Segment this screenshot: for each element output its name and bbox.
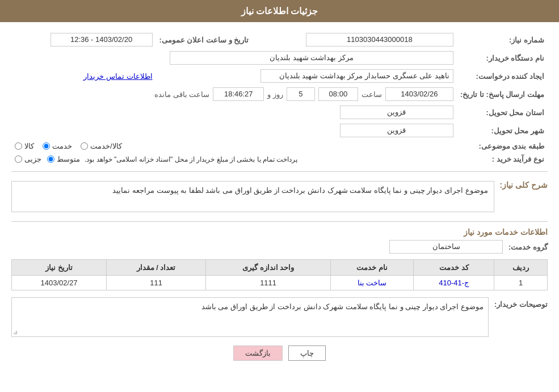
content-area: شماره نیاز: 1103030443000018 تاریخ و ساع… (0, 22, 559, 378)
tabaqe-kala-khedmat-radio[interactable] (81, 142, 88, 150)
shahr-value: قزوین (11, 121, 457, 140)
tabaqe-radio-group: کالا/خدمت خدمت کالا (15, 142, 453, 150)
button-row: چاپ بازگشت (11, 345, 548, 361)
shomare-value: 1103030443000018 (252, 31, 457, 49)
tabaqe-kala-label: کالا (24, 142, 34, 150)
toseeh-box: موضوع اجرای دیوار چینی و نما پایگاه سلام… (11, 297, 489, 337)
cell-tedad: 111 (107, 276, 206, 290)
tabaqe-khedmat-radio[interactable] (43, 142, 50, 150)
mohlat-label: مهلت ارسال پاسخ: تا تاریخ: (457, 85, 548, 103)
main-info-table: شماره نیاز: 1103030443000018 تاریخ و ساع… (11, 31, 548, 166)
tabaqe-kala-radio[interactable] (15, 142, 22, 150)
tabaqe-khedmat-item: خدمت (43, 142, 72, 150)
services-table-body: 1 ج-41-410 ساخت بنا 1111 111 1403/02/27 (12, 276, 548, 290)
divider-2 (11, 221, 548, 222)
tabaqe-value: کالا/خدمت خدمت کالا (11, 140, 457, 153)
nam-dastgah-input: مرکز بهداشت شهید بلندیان (170, 51, 453, 65)
noe-jozi-item: جزیی (15, 155, 41, 163)
row-shahr: شهر محل تحویل: قزوین (11, 121, 548, 140)
row-mohlat: مهلت ارسال پاسخ: تا تاریخ: 1403/02/26 سا… (11, 85, 548, 103)
contact-info-link[interactable]: اطلاعات تماس خریدار (83, 72, 152, 81)
ostan-input: قزوین (340, 106, 453, 119)
sharh-title: شرح کلی نیاز: (500, 178, 548, 189)
row-noe-farayand: نوع فرآیند خرید : پرداخت تمام یا بخشی از… (11, 153, 548, 166)
tabaqe-label: طبقه بندی موضوعی: (457, 140, 548, 153)
col-name: نام خدمت (331, 260, 414, 276)
cell-vahed: 1111 (205, 276, 330, 290)
ejad-link-cell: اطلاعات تماس خریدار (11, 67, 156, 85)
table-row: 1 ج-41-410 ساخت بنا 1111 111 1403/02/27 (12, 276, 548, 290)
mohlat-value-cell: 1403/02/26 ساعت 08:00 5 روز و 18:46:27 س… (11, 85, 457, 103)
grooh-row: گروه خدمت: ساختمان (11, 240, 548, 254)
row-shomare: شماره نیاز: 1103030443000018 تاریخ و ساع… (11, 31, 548, 49)
page-title: جزئیات اطلاعات نیاز (241, 6, 318, 16)
grooh-input: ساختمان (389, 240, 503, 254)
col-tedad: تعداد / مقدار (107, 260, 206, 276)
services-table: ردیف کد خدمت نام خدمت واحد اندازه گیری ت… (11, 259, 548, 290)
khadamat-title: اطلاعات خدمات مورد نیاز (11, 227, 548, 237)
noe-farayand-label: نوع فرآیند خرید : (457, 153, 548, 166)
sharh-section: شرح کلی نیاز: موضوع اجرای دیوار چینی و ن… (11, 178, 548, 216)
ejad-input: ناهید علی عسگری حسابدار مرکز بهداشت شهید… (260, 69, 453, 83)
noe-jozi-label: جزیی (24, 155, 41, 163)
noe-farayand-note: پرداخت تمام یا بخشی از مبلغ خریدار از مح… (85, 155, 297, 163)
tabaqe-khedmat-label: خدمت (52, 142, 72, 150)
ejad-value: ناهید علی عسگری حسابدار مرکز بهداشت شهید… (156, 67, 457, 85)
mohlat-date-input: 1403/02/26 (385, 87, 453, 101)
mohlat-saat-input: 08:00 (318, 87, 358, 101)
noe-motavasset-radio[interactable] (47, 155, 54, 163)
tabaqe-kala-item: کالا (15, 142, 34, 150)
mohlat-time-row: 1403/02/26 ساعت 08:00 5 روز و 18:46:27 س… (15, 87, 453, 101)
page-header: جزئیات اطلاعات نیاز (0, 0, 559, 22)
tarikh-elan-value: 1403/02/20 - 12:36 (11, 31, 156, 49)
row-ejad: ایجاد کننده درخواست: ناهید علی عسگری حسا… (11, 67, 548, 85)
sharh-text: موضوع اجرای دیوار چینی و نما پایگاه سلام… (11, 181, 494, 212)
col-vahed: واحد اندازه گیری (205, 260, 330, 276)
toseeh-text: موضوع اجرای دیوار چینی و نما پایگاه سلام… (201, 302, 484, 311)
mohlat-rooz-label: روز و (267, 90, 283, 99)
col-tarikh: تاریخ نیاز (12, 260, 107, 276)
mohlat-baqi-input: 18:46:27 (213, 87, 264, 101)
toseeh-section: توصیحات خریدار: موضوع اجرای دیوار چینی و… (11, 297, 548, 337)
noe-farayand-radio-group: متوسط جزیی (15, 155, 80, 163)
noe-farayand-value: پرداخت تمام یا بخشی از مبلغ خریدار از مح… (11, 153, 457, 166)
mohlat-rooz-input: 5 (287, 87, 315, 101)
noe-jozi-radio[interactable] (15, 155, 22, 163)
cell-name: ساخت بنا (331, 276, 414, 290)
toseeh-label: توصیحات خریدار: (494, 297, 548, 309)
nam-dastgah-label: نام دستگاه خریدار: (457, 49, 548, 67)
tarikh-elan-label: تاریخ و ساعت اعلان عمومی: (156, 31, 253, 49)
tarikh-elan-input: 1403/02/20 - 12:36 (51, 33, 153, 47)
mohlat-baqi-label: ساعت باقی مانده (154, 90, 209, 99)
tabaqe-kala-khedmat-label: کالا/خدمت (90, 142, 122, 150)
noe-motavasset-label: متوسط (57, 155, 80, 163)
services-table-head: ردیف کد خدمت نام خدمت واحد اندازه گیری ت… (12, 260, 548, 276)
cell-radif: 1 (494, 276, 548, 290)
resize-handle: ⊿ (13, 329, 18, 335)
row-ostan: استان محل تحویل: قزوین (11, 103, 548, 121)
back-button[interactable]: بازگشت (233, 345, 283, 361)
nam-dastgah-value: مرکز بهداشت شهید بلندیان (11, 49, 457, 67)
shahr-label: شهر محل تحویل: (457, 121, 548, 140)
noe-motavasset-item: متوسط (47, 155, 80, 163)
shomare-label: شماره نیاز: (457, 31, 548, 49)
print-button[interactable]: چاپ (288, 345, 326, 361)
col-radif: ردیف (494, 260, 548, 276)
page-container: جزئیات اطلاعات نیاز شماره نیاز: 11030304… (0, 0, 559, 392)
divider-1 (11, 171, 548, 172)
ostan-value: قزوین (11, 103, 457, 121)
col-kod: کد خدمت (414, 260, 494, 276)
cell-kod: ج-41-410 (414, 276, 494, 290)
ejad-label: ایجاد کننده درخواست: (457, 67, 548, 85)
mohlat-saat-label: ساعت (362, 90, 382, 99)
cell-tarikh: 1403/02/27 (12, 276, 107, 290)
row-tabaqe: طبقه بندی موضوعی: کالا/خدمت خدمت (11, 140, 548, 153)
ostan-label: استان محل تحویل: (457, 103, 548, 121)
tabaqe-kala-khedmat-item: کالا/خدمت (81, 142, 122, 150)
noe-farayand-container: پرداخت تمام یا بخشی از مبلغ خریدار از مح… (15, 155, 453, 163)
row-nam-dastgah: نام دستگاه خریدار: مرکز بهداشت شهید بلند… (11, 49, 548, 67)
shahr-input: قزوین (340, 124, 453, 137)
services-table-header-row: ردیف کد خدمت نام خدمت واحد اندازه گیری ت… (12, 260, 548, 276)
shomare-input: 1103030443000018 (306, 33, 453, 47)
grooh-label: گروه خدمت: (508, 243, 548, 251)
